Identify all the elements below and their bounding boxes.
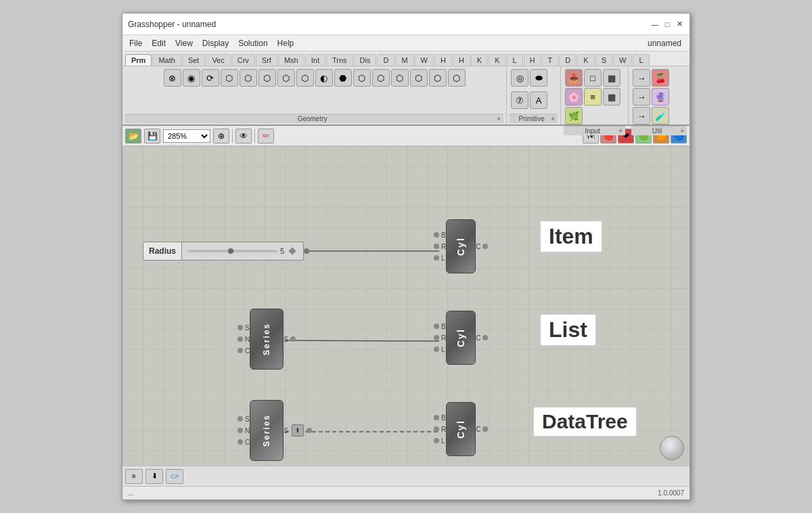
menu-solution[interactable]: Solution — [234, 37, 271, 49]
save-file-button[interactable]: 💾 — [144, 129, 160, 143]
menu-edit[interactable]: Edit — [148, 37, 170, 49]
toolbar-icon-3[interactable]: ⟳ — [202, 69, 219, 87]
toolbar-icon-i2[interactable]: □ — [584, 69, 602, 87]
tab-set[interactable]: Set — [182, 54, 206, 66]
cyl1-body: Cyl — [446, 219, 476, 273]
toolbar-icon-16[interactable]: ⬡ — [448, 69, 466, 87]
cyl1-node[interactable]: B R L Cyl C — [434, 219, 488, 273]
zoom-select[interactable]: 50% 100% 150% 200% 285% 400% — [163, 129, 210, 143]
tab-w2[interactable]: W — [613, 54, 632, 66]
slider-body[interactable]: 5 — [182, 242, 304, 261]
toolbar-icon-i1[interactable]: 📥 — [565, 69, 583, 87]
geometry-label-text: Geometry — [128, 115, 497, 122]
tab-vec[interactable]: Vec — [206, 54, 230, 66]
toolbar-icon-12[interactable]: ⬡ — [372, 69, 390, 87]
menu-view[interactable]: View — [171, 37, 197, 49]
geometry-expand-icon[interactable]: + — [497, 115, 501, 122]
toolbar-icon-p3[interactable]: ⑦ — [511, 91, 528, 109]
menu-help[interactable]: Help — [273, 37, 298, 49]
toolbar-icon-1[interactable]: ⊗ — [164, 69, 181, 87]
nav-button[interactable]: ⊕ — [213, 129, 229, 143]
slider-node[interactable]: Radius 5 — [143, 242, 309, 261]
toolbar-icon-2[interactable]: ◉ — [183, 69, 200, 87]
toolbar: ⊗ ◉ ⟳ ⬡ ⬡ ⬡ ⬡ ⬡ ◐ ⬣ ⬡ ⬡ ⬡ ⬡ ⬡ ⬡ Geometry… — [122, 66, 690, 126]
toolbar-icon-8[interactable]: ⬡ — [296, 69, 314, 87]
tab-m[interactable]: M — [395, 54, 413, 66]
menubar: File Edit View Display Solution Help unn… — [122, 35, 690, 51]
tab-s[interactable]: S — [595, 54, 612, 66]
toolbar-icon-15[interactable]: ⬡ — [429, 69, 447, 87]
bottom-btn-1[interactable]: ≡ — [125, 469, 143, 484]
cyl2-node[interactable]: B R L Cyl C — [434, 311, 488, 365]
toolbar-icon-p1[interactable]: ◎ — [511, 69, 528, 87]
tab-l2[interactable]: L — [633, 54, 649, 66]
tab-dis[interactable]: Dis — [354, 54, 377, 66]
tab-msh[interactable]: Msh — [278, 54, 304, 66]
toolbar-icon-i3[interactable]: ▦ — [603, 69, 621, 87]
toolbar-icon-i5[interactable]: ≡ — [584, 88, 602, 106]
menu-file[interactable]: File — [125, 37, 146, 49]
toolbar-icon-9[interactable]: ◐ — [315, 69, 333, 87]
input-label: Input + — [564, 126, 625, 135]
close-button[interactable]: ✕ — [675, 20, 684, 29]
util-expand-icon[interactable]: + — [680, 127, 684, 135]
toolbar-icon-6[interactable]: ⬡ — [258, 69, 276, 87]
toolbar-icon-14[interactable]: ⬡ — [410, 69, 428, 87]
series2-node[interactable]: S N C Series S ⬆ — [238, 400, 312, 461]
toolbar-icon-u2[interactable]: 🍒 — [652, 69, 669, 87]
tab-h2[interactable]: H — [453, 54, 470, 66]
toolbar-icon-5[interactable]: ⬡ — [240, 69, 257, 87]
menu-display[interactable]: Display — [198, 37, 233, 49]
tab-d[interactable]: D — [377, 54, 394, 66]
primitive-expand-icon[interactable]: + — [551, 115, 555, 122]
canvas[interactable]: Radius 5 B R — [122, 146, 690, 466]
tab-crv[interactable]: Crv — [231, 54, 255, 66]
tab-k3[interactable]: K — [577, 54, 594, 66]
slider-diamond-icon — [288, 247, 296, 254]
tab-math[interactable]: Math — [152, 54, 181, 66]
tab-w[interactable]: W — [415, 54, 434, 66]
toolbar-icon-i6[interactable]: ▦ — [603, 88, 621, 106]
toolbar-icon-p2[interactable]: ⬬ — [530, 69, 547, 87]
toolbar-icon-4[interactable]: ⬡ — [221, 69, 238, 87]
tab-d2[interactable]: D — [559, 54, 577, 66]
toolbar-icon-u5[interactable]: → — [633, 107, 650, 125]
tab-trns[interactable]: Trns — [326, 54, 353, 66]
toolbar-icon-i7[interactable]: 🌿 — [565, 107, 583, 125]
toolbar-icon-13[interactable]: ⬡ — [391, 69, 409, 87]
tab-k2[interactable]: K — [489, 54, 505, 66]
tab-l1[interactable]: L — [507, 54, 523, 66]
tab-srf[interactable]: Srf — [256, 54, 277, 66]
series2-port-c: C — [238, 439, 250, 446]
open-file-button[interactable]: 📂 — [125, 129, 141, 143]
bottom-btn-2[interactable]: ⬇ — [145, 469, 163, 484]
tab-k1[interactable]: K — [471, 54, 488, 66]
input-expand-icon[interactable]: + — [618, 127, 623, 135]
tab-h1[interactable]: H — [434, 54, 452, 66]
series1-node[interactable]: S N C Series S — [238, 309, 296, 370]
minimize-button[interactable]: — — [650, 20, 660, 29]
tab-prm[interactable]: Prm — [125, 54, 152, 66]
tab-h3[interactable]: H — [524, 54, 541, 66]
maximize-button[interactable]: □ — [662, 20, 672, 29]
bottom-btn-3[interactable]: C# — [166, 469, 183, 484]
tab-t[interactable]: T — [542, 54, 559, 66]
toolbar-icon-i4[interactable]: 🌸 — [565, 88, 583, 106]
series1-dot-c — [238, 348, 243, 353]
toolbar-icon-7[interactable]: ⬡ — [277, 69, 295, 87]
geometry-icons: ⊗ ◉ ⟳ ⬡ ⬡ ⬡ ⬡ ⬡ ◐ ⬣ ⬡ ⬡ ⬡ ⬡ ⬡ ⬡ — [162, 68, 467, 114]
label-item: Item — [540, 221, 602, 252]
eye-button[interactable]: 👁 — [235, 129, 252, 143]
toolbar-icon-10[interactable]: ⬣ — [334, 69, 352, 87]
cyl3-node[interactable]: B R L Cyl C — [434, 402, 488, 456]
toolbar-icon-u3[interactable]: → — [633, 88, 650, 106]
tab-int[interactable]: Int — [305, 54, 325, 66]
slider-track[interactable] — [187, 250, 277, 252]
slider-thumb[interactable] — [228, 248, 233, 254]
toolbar-icon-u1[interactable]: → — [633, 69, 650, 87]
toolbar-icon-u6[interactable]: 🧪 — [652, 107, 669, 125]
pen-button[interactable]: ✏ — [258, 129, 274, 143]
toolbar-icon-p4[interactable]: A — [530, 91, 547, 109]
toolbar-icon-u4[interactable]: 🔮 — [652, 88, 669, 106]
toolbar-icon-11[interactable]: ⬡ — [353, 69, 371, 87]
